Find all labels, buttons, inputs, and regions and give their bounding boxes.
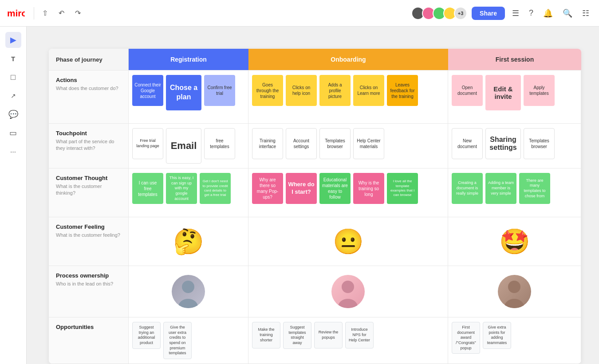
- onb-avatar: [331, 275, 365, 308]
- team-simple-thought[interactable]: Adding a team member is very simple: [485, 173, 516, 204]
- account-settings-sticky[interactable]: Account settings: [286, 128, 317, 159]
- first-session-phase: First session: [448, 49, 581, 70]
- connector-tool[interactable]: ↗: [5, 88, 21, 104]
- feeling-row: Customer Feeling What is the customer fe…: [49, 217, 581, 266]
- popups-thought[interactable]: Why are there so many Pop-ups?: [252, 173, 283, 204]
- fst-feeling: 🤩: [448, 217, 581, 266]
- reg-emoji: 🤔: [132, 223, 244, 261]
- svg-point-6: [504, 299, 524, 308]
- sticky-tool[interactable]: □: [5, 69, 21, 85]
- free-templates-sticky[interactable]: free templates: [204, 128, 235, 159]
- logo: miro: [7, 8, 25, 19]
- left-panel: ▶ T □ ↗ 💬 ▭ ⋯: [0, 27, 27, 364]
- fst-touchpoints: New document Sharing settings Templates …: [448, 124, 581, 168]
- thought-row: Customer Thought What is the customer th…: [49, 168, 581, 217]
- search-icon[interactable]: 🔍: [560, 6, 575, 21]
- email-touchpoint[interactable]: Email: [166, 128, 201, 164]
- avatar-group: +3: [411, 7, 467, 20]
- chose-plan-sticky[interactable]: Chose a plan: [166, 75, 201, 110]
- process-label: Process ownership Who is in the lead on …: [49, 266, 129, 317]
- templates-browser2-sticky[interactable]: Templates browser: [524, 128, 555, 159]
- opp-nps-help[interactable]: Introduce NPS for Help Center: [345, 322, 374, 348]
- opportunities-row: Opportunities Suggest trying an addition…: [49, 317, 581, 364]
- touchpoint-row: Touchpoint What part of the service do t…: [49, 123, 581, 168]
- frame-tool[interactable]: ▭: [5, 125, 21, 141]
- opp-premium-templates[interactable]: Give the user extra credits to spend on …: [163, 322, 192, 359]
- easy-google-thought[interactable]: This is easy, I can sign up with my goog…: [166, 173, 197, 204]
- credit-card-thought[interactable]: Get I don't need to provide credit card …: [200, 173, 231, 204]
- fst-avatar: [498, 275, 531, 308]
- new-doc-sticky[interactable]: New document: [452, 128, 483, 159]
- connect-google-sticky[interactable]: Connect their Google account: [132, 75, 163, 106]
- where-start-thought[interactable]: Where do I start?: [286, 173, 317, 204]
- reg-person: [132, 270, 244, 313]
- reg-thoughts: I can use free templates This is easy, I…: [129, 168, 248, 217]
- onb-emoji: 😐: [252, 223, 444, 261]
- clicks-help-sticky[interactable]: Clicks on help icon: [286, 75, 317, 106]
- onb-touchpoints: Training interface Account settings Temp…: [248, 124, 448, 168]
- reg-avatar: [172, 275, 205, 308]
- templates-browser-sticky[interactable]: Templates browser: [319, 128, 351, 159]
- undo-button[interactable]: ↶: [56, 6, 67, 20]
- opp-additional-product[interactable]: Suggest trying an additional product: [132, 322, 161, 349]
- opp-review-popups[interactable]: Review the popups: [314, 322, 343, 348]
- settings-icon[interactable]: ☰: [509, 6, 522, 21]
- fst-emoji: 🤩: [452, 223, 577, 261]
- adds-profile-sticky[interactable]: Adds a profile picture: [319, 75, 351, 106]
- thought-label: Customer Thought What is the customer th…: [49, 168, 129, 217]
- reg-actions: Connect their Google account Chose a pla…: [129, 70, 248, 123]
- opp-extra-points[interactable]: Give extra points for adding teammates: [483, 322, 511, 349]
- reg-touchpoints: Free trial landing page Email free templ…: [129, 124, 248, 168]
- opp-first-doc-award[interactable]: First document award /"Congrats" popup: [452, 322, 480, 354]
- free-templates-thought[interactable]: I can use free templates: [132, 173, 163, 204]
- onb-actions: Goes through the training Clicks on help…: [248, 70, 448, 123]
- svg-point-1: [182, 281, 194, 293]
- upload-button[interactable]: ⇧: [39, 6, 51, 20]
- training-interface-sticky[interactable]: Training interface: [252, 128, 283, 159]
- onb-thoughts: Why are there so many Pop-ups? Where do …: [248, 168, 448, 217]
- comment-tool[interactable]: 💬: [5, 106, 21, 122]
- notification-icon[interactable]: 🔔: [540, 6, 556, 21]
- fst-actions: Open document Edit & invite Apply templa…: [448, 70, 581, 123]
- fst-process: [448, 266, 581, 317]
- open-doc-sticky[interactable]: Open document: [452, 75, 483, 106]
- goes-training-sticky[interactable]: Goes through the training: [252, 75, 283, 106]
- confirm-trial-sticky[interactable]: Confirm free trial: [204, 75, 235, 106]
- fst-opportunities: First document award /"Congrats" popup G…: [448, 317, 581, 364]
- edit-invite-sticky[interactable]: Edit & invite: [485, 75, 521, 110]
- simple-doc-thought[interactable]: Creating a document is really simple: [452, 173, 483, 204]
- process-row: Process ownership Who is in the lead on …: [49, 266, 581, 317]
- long-training-thought[interactable]: Why is the training so long: [353, 173, 384, 204]
- opp-shorter-training[interactable]: Make the training shorter: [252, 322, 280, 348]
- sharing-settings-sticky[interactable]: Sharing settings: [485, 128, 521, 159]
- share-button[interactable]: Share: [472, 7, 505, 20]
- fst-thoughts: Creating a document is really simple Add…: [448, 168, 581, 217]
- text-tool[interactable]: T: [5, 51, 21, 67]
- touchpoint-label: Touchpoint What part of the service do t…: [49, 124, 129, 168]
- toolbar-right: +3 Share ☰ ? 🔔 🔍 ☷: [411, 6, 592, 21]
- cursor-tool[interactable]: ▶: [5, 32, 21, 48]
- educational-thought[interactable]: Educational materials are easy to follow: [319, 173, 351, 204]
- free-trial-landing-sticky[interactable]: Free trial landing page: [132, 128, 163, 159]
- opp-templates-straight[interactable]: Suggest templates straight away: [283, 322, 311, 349]
- onb-opportunities: Make the training shorter Suggest templa…: [248, 317, 448, 364]
- leaves-feedback-sticky[interactable]: Leaves feedback for the training: [387, 75, 418, 106]
- onboarding-phase: Onboarding: [248, 49, 448, 70]
- more-tool[interactable]: ⋯: [5, 144, 21, 160]
- reg-opportunities: Suggest trying an additional product Giv…: [129, 317, 248, 364]
- onb-feeling: 😐: [248, 217, 448, 266]
- opportunities-label: Opportunities: [49, 317, 129, 364]
- help-center-sticky[interactable]: Help Center materials: [353, 128, 384, 159]
- many-templates-thought[interactable]: There are many templates to chose from: [519, 173, 550, 204]
- help-icon[interactable]: ?: [526, 6, 536, 20]
- menu-icon[interactable]: ☷: [579, 6, 592, 21]
- actions-label: Actions What does the customer do?: [49, 70, 129, 123]
- svg-text:miro: miro: [7, 8, 25, 18]
- clicks-learn-sticky[interactable]: Clicks on Learn more: [353, 75, 384, 106]
- apply-templates-sticky[interactable]: Apply templates: [524, 75, 555, 106]
- canvas-area: Phase of journey Registration Onboarding…: [27, 27, 599, 364]
- love-template-thought[interactable]: I love all the template examples that I …: [387, 173, 418, 204]
- redo-button[interactable]: ↷: [72, 6, 83, 20]
- svg-point-3: [342, 281, 354, 293]
- toolbar: miro ⇧ ↶ ↷ +3 Share ☰ ? 🔔 🔍 ☷: [0, 0, 599, 27]
